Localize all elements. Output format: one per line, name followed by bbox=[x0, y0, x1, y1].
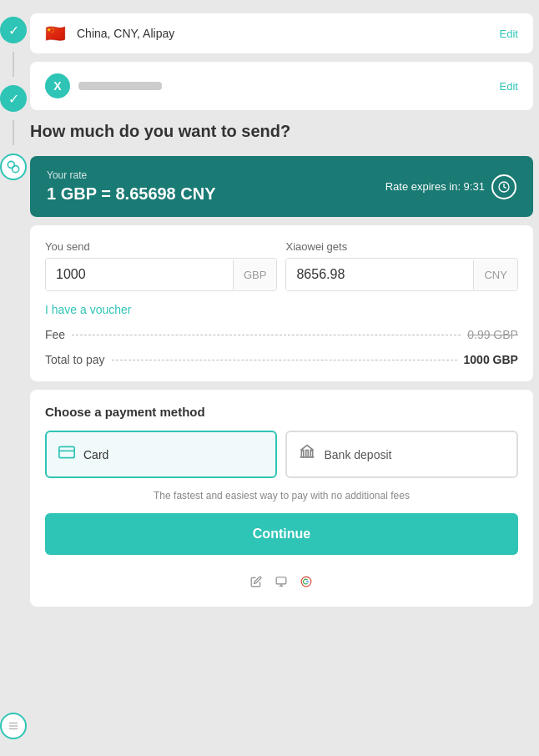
total-dots bbox=[112, 360, 457, 360]
fields-row: You send GBP Xiaowei gets CNY bbox=[45, 240, 518, 291]
rate-box: Your rate 1 GBP = 8.65698 CNY Rate expir… bbox=[30, 156, 533, 217]
rate-box-left: Your rate 1 GBP = 8.65698 CNY bbox=[47, 169, 216, 204]
clock-icon bbox=[491, 174, 516, 199]
payment-section: Choose a payment method Card bbox=[30, 390, 533, 607]
google-toolbar-icon[interactable] bbox=[296, 572, 316, 592]
recipient-gets-currency: CNY bbox=[473, 260, 516, 290]
how-much-title: How much do you want to send? bbox=[30, 122, 533, 141]
sidebar-bottom bbox=[0, 295, 27, 739]
bank-svg bbox=[299, 444, 315, 461]
voucher-link[interactable]: I have a voucher bbox=[45, 303, 518, 316]
recipient-gets-label: Xiaowei gets bbox=[285, 240, 517, 253]
bank-option[interactable]: Bank deposit bbox=[285, 431, 517, 478]
sender-card: X Edit bbox=[30, 62, 533, 110]
monitor-toolbar-icon[interactable] bbox=[271, 572, 291, 592]
you-send-label: You send bbox=[45, 240, 277, 253]
menu-icon-circle[interactable] bbox=[0, 713, 27, 739]
expiry-text: Rate expires in: 9:31 bbox=[385, 180, 485, 193]
sender-edit-link[interactable]: Edit bbox=[500, 80, 518, 93]
you-send-input[interactable] bbox=[46, 259, 233, 290]
rate-value: 1 GBP = 8.65698 CNY bbox=[47, 184, 216, 204]
step-2-check: ✓ bbox=[8, 91, 19, 107]
step-1-check: ✓ bbox=[8, 23, 19, 38]
sender-name-blurred bbox=[78, 82, 162, 90]
menu-icon bbox=[8, 720, 19, 732]
recipient-card-left: 🇨🇳 China, CNY, Alipay bbox=[45, 25, 174, 42]
fee-dots bbox=[72, 335, 461, 335]
edit-icon bbox=[250, 576, 262, 587]
payment-title: Choose a payment method bbox=[45, 405, 518, 419]
continue-button[interactable]: Continue bbox=[45, 513, 518, 555]
edit-toolbar-icon[interactable] bbox=[246, 572, 266, 592]
page-wrapper: ✓ ✓ bbox=[0, 0, 539, 756]
recipient-gets-group: Xiaowei gets CNY bbox=[285, 240, 517, 291]
svg-rect-6 bbox=[59, 446, 74, 457]
svg-rect-12 bbox=[277, 577, 287, 584]
card-option[interactable]: Card bbox=[45, 431, 277, 478]
monitor-icon bbox=[275, 576, 287, 587]
rate-expiry: Rate expires in: 9:31 bbox=[385, 174, 516, 199]
card-svg bbox=[58, 444, 75, 461]
main-content: 🇨🇳 China, CNY, Alipay Edit X Edit How mu… bbox=[27, 0, 539, 756]
recipient-card: 🇨🇳 China, CNY, Alipay Edit bbox=[30, 13, 533, 53]
fee-label: Fee bbox=[45, 328, 65, 341]
svg-rect-10 bbox=[311, 451, 314, 457]
china-flag: 🇨🇳 bbox=[45, 25, 68, 42]
bank-icon bbox=[299, 444, 315, 465]
payment-description: The fastest and easiest way to pay with … bbox=[45, 490, 518, 501]
sidebar: ✓ ✓ bbox=[0, 0, 27, 756]
card-label: Card bbox=[83, 448, 108, 461]
connector-1 bbox=[13, 52, 14, 77]
fee-row: Fee 0.99 GBP bbox=[45, 328, 518, 341]
svg-rect-9 bbox=[306, 451, 309, 457]
google-icon bbox=[300, 576, 312, 587]
step-2-circle: ✓ bbox=[0, 85, 27, 112]
step-1-circle: ✓ bbox=[0, 17, 27, 43]
rate-label: Your rate bbox=[47, 169, 216, 181]
svg-point-1 bbox=[13, 166, 19, 173]
total-amount: 1000 GBP bbox=[464, 353, 518, 366]
sender-avatar: X bbox=[45, 73, 70, 98]
total-row: Total to pay 1000 GBP bbox=[45, 353, 518, 366]
transfer-form: You send GBP Xiaowei gets CNY bbox=[30, 225, 533, 381]
you-send-group: You send GBP bbox=[45, 240, 277, 291]
fee-amount: 0.99 GBP bbox=[467, 328, 518, 341]
clock-svg bbox=[497, 180, 511, 194]
recipient-gets-input-wrapper: CNY bbox=[285, 258, 517, 291]
card-icon bbox=[58, 444, 75, 465]
step-3-circle bbox=[0, 154, 27, 180]
bank-label: Bank deposit bbox=[324, 448, 391, 461]
total-label: Total to pay bbox=[45, 353, 105, 366]
recipient-info: China, CNY, Alipay bbox=[77, 27, 174, 40]
you-send-currency: GBP bbox=[233, 260, 276, 290]
you-send-input-wrapper: GBP bbox=[45, 258, 277, 291]
connector-2 bbox=[13, 120, 14, 145]
payment-options: Card Bank deposit bbox=[45, 431, 518, 478]
sender-card-left: X bbox=[45, 73, 162, 98]
svg-rect-8 bbox=[302, 451, 305, 457]
coins-icon bbox=[7, 160, 20, 174]
top-area: ✓ ✓ bbox=[0, 0, 539, 756]
recipient-edit-link[interactable]: Edit bbox=[500, 28, 518, 40]
toolbar-icons bbox=[45, 567, 518, 592]
recipient-gets-input[interactable] bbox=[286, 259, 473, 290]
